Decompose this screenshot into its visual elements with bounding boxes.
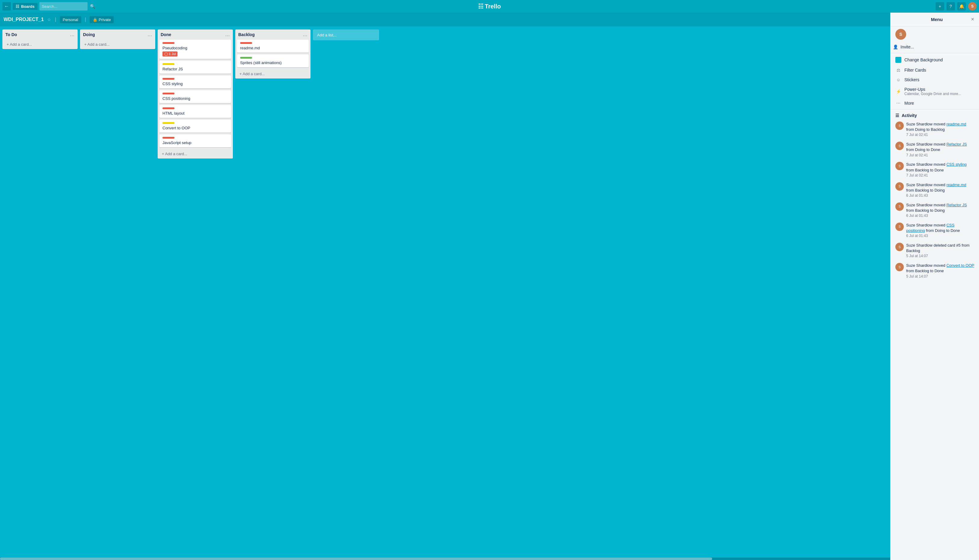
activity-text: Suze Shardlow moved Refactor JS from Bac… bbox=[906, 202, 974, 218]
card-css-styling[interactable]: CSS styling bbox=[160, 75, 231, 88]
list-title-backlog: Backlog bbox=[238, 32, 255, 37]
list-menu-todo[interactable]: … bbox=[70, 32, 75, 37]
activity-action: moved bbox=[934, 203, 947, 207]
sidebar-item-filter-cards[interactable]: ⚖ Filter Cards bbox=[891, 65, 979, 75]
activity-header: ☰ Activity bbox=[896, 113, 974, 118]
board-title[interactable]: WDI_PROJECT_1 bbox=[3, 17, 43, 22]
more-label: More bbox=[904, 101, 914, 105]
card-readme[interactable]: readme.md bbox=[237, 40, 309, 53]
change-bg-label: Change Background bbox=[904, 57, 943, 62]
card-title: Convert to OOP bbox=[162, 126, 228, 130]
power-ups-content: Power-Ups Calendar, Google Drive and mor… bbox=[904, 87, 974, 96]
activity-link[interactable]: readme.md bbox=[947, 183, 966, 187]
activity-link[interactable]: Refactor JS bbox=[947, 142, 967, 147]
sidebar-title: Menu bbox=[902, 17, 971, 22]
activity-avatar: S bbox=[896, 202, 904, 211]
sticker-icon: ☺ bbox=[896, 77, 901, 82]
date-badge: ◯ 1 Jul bbox=[162, 52, 177, 57]
more-icon: ⋯ bbox=[896, 101, 901, 105]
card-sprites[interactable]: Sprites (still animations) bbox=[237, 55, 309, 67]
header-center: ☷ Trello bbox=[478, 3, 500, 10]
scrollbar-thumb bbox=[0, 558, 712, 560]
card-title: Sprites (still animations) bbox=[240, 60, 306, 65]
activity-link[interactable]: readme.md bbox=[947, 122, 966, 126]
sidebar-header: Menu × bbox=[891, 13, 979, 27]
change-bg-icon bbox=[896, 57, 901, 63]
list-menu-backlog[interactable]: … bbox=[303, 32, 307, 37]
add-card-done[interactable]: + Add a card... bbox=[159, 150, 234, 158]
search-input[interactable] bbox=[39, 2, 88, 10]
activity-item-8: S Suze Shardlow moved Convert to OOP fro… bbox=[896, 263, 974, 279]
activity-item-3: S Suze Shardlow moved CSS styling from B… bbox=[896, 162, 974, 178]
card-html-layout[interactable]: HTML layout bbox=[160, 105, 231, 118]
add-card-backlog[interactable]: + Add a card... bbox=[237, 70, 312, 78]
card-css-positioning[interactable]: CSS positioning bbox=[160, 90, 231, 103]
activity-time: 5 Jul at 14:07 bbox=[906, 253, 974, 258]
trello-wordmark: Trello bbox=[485, 3, 500, 10]
activity-link[interactable]: Refactor JS bbox=[947, 203, 967, 207]
card-convert-oop[interactable]: Convert to OOP bbox=[160, 120, 231, 133]
activity-link[interactable]: Convert to OOP bbox=[947, 263, 974, 268]
activity-user: Suze Shardlow bbox=[906, 162, 934, 167]
personal-button[interactable]: Personal bbox=[60, 16, 81, 23]
list-header-todo: To Do … bbox=[2, 30, 78, 40]
card-label-red bbox=[162, 42, 175, 44]
list-header-backlog: Backlog … bbox=[235, 30, 310, 40]
activity-section: ☰ Activity S Suze Shardlow moved readme.… bbox=[891, 111, 979, 285]
activity-text: Suze Shardlow moved Convert to OOP from … bbox=[906, 263, 974, 279]
scrollbar-area[interactable] bbox=[0, 558, 890, 560]
add-card-doing[interactable]: + Add a card... bbox=[81, 40, 157, 48]
boards-label: Boards bbox=[21, 4, 35, 9]
sidebar-avatar[interactable]: S bbox=[896, 29, 906, 40]
activity-avatar: S bbox=[896, 243, 904, 251]
avatar[interactable]: S bbox=[968, 2, 977, 10]
activity-action: moved bbox=[934, 122, 947, 126]
activity-user: Suze Shardlow bbox=[906, 263, 934, 268]
search-icon: 🔍 bbox=[90, 4, 95, 9]
sidebar-item-power-ups[interactable]: ⚡ Power-Ups Calendar, Google Drive and m… bbox=[891, 85, 979, 98]
activity-user: Suze Shardlow bbox=[906, 122, 934, 126]
activity-time: 6 Jul at 01:43 bbox=[906, 193, 974, 198]
activity-time: 7 Jul at 02:41 bbox=[906, 173, 974, 178]
add-card-todo[interactable]: + Add a card... bbox=[3, 40, 79, 48]
list-header-doing: Doing … bbox=[80, 30, 155, 40]
sidebar-item-change-background[interactable]: Change Background bbox=[891, 55, 979, 65]
private-button[interactable]: 🔒 Private bbox=[90, 16, 114, 23]
list-menu-doing[interactable]: … bbox=[147, 32, 152, 37]
card-title: CSS styling bbox=[162, 82, 228, 86]
sidebar-item-stickers[interactable]: ☺ Stickers bbox=[891, 75, 979, 85]
card-javascript-setup[interactable]: JavaScript setup bbox=[160, 135, 231, 147]
list-cards-done: Pseudocoding ◯ 1 Jul Refactor JS CSS sty… bbox=[158, 40, 233, 149]
add-list-button[interactable]: Add a list... bbox=[313, 30, 379, 40]
card-pseudocoding[interactable]: Pseudocoding ◯ 1 Jul bbox=[160, 40, 231, 59]
lock-icon: 🔒 bbox=[93, 17, 97, 22]
help-icon: ? bbox=[949, 4, 952, 9]
activity-user: Suze Shardlow bbox=[906, 223, 934, 227]
activity-action: moved bbox=[934, 142, 947, 147]
card-label-red bbox=[240, 42, 252, 44]
card-title: Pseudocoding bbox=[162, 46, 228, 50]
notifications-button[interactable]: 🔔 bbox=[957, 2, 966, 10]
sidebar: Menu × S 👤 Invite... Change Background ⚖… bbox=[890, 13, 979, 560]
activity-detail: from Backlog to Doing bbox=[906, 208, 945, 213]
card-label-green bbox=[240, 57, 252, 58]
activity-detail: from Backlog to Done bbox=[906, 268, 944, 273]
power-icon: ⚡ bbox=[896, 89, 901, 94]
list-menu-done[interactable]: … bbox=[225, 32, 230, 37]
close-button[interactable]: × bbox=[971, 16, 974, 23]
card-refactor-js[interactable]: Refactor JS bbox=[160, 61, 231, 74]
back-button[interactable]: ← bbox=[2, 2, 11, 10]
activity-link[interactable]: CSS styling bbox=[947, 162, 967, 167]
activity-item-5: S Suze Shardlow moved Refactor JS from B… bbox=[896, 202, 974, 218]
add-button[interactable]: + bbox=[936, 2, 944, 10]
help-button[interactable]: ? bbox=[947, 2, 955, 10]
card-title: CSS positioning bbox=[162, 96, 228, 101]
board-area: To Do … + Add a card... Doing … + Add a … bbox=[0, 27, 890, 560]
activity-avatar: S bbox=[896, 122, 904, 130]
grid-icon: ☷ bbox=[16, 4, 19, 9]
star-icon[interactable]: ☆ bbox=[47, 17, 51, 22]
activity-detail: from Doing to Backlog bbox=[906, 127, 945, 132]
invite-item[interactable]: 👤 Invite... bbox=[891, 42, 979, 52]
boards-button[interactable]: ☷ Boards bbox=[13, 3, 38, 10]
sidebar-item-more[interactable]: ⋯ More bbox=[891, 98, 979, 108]
